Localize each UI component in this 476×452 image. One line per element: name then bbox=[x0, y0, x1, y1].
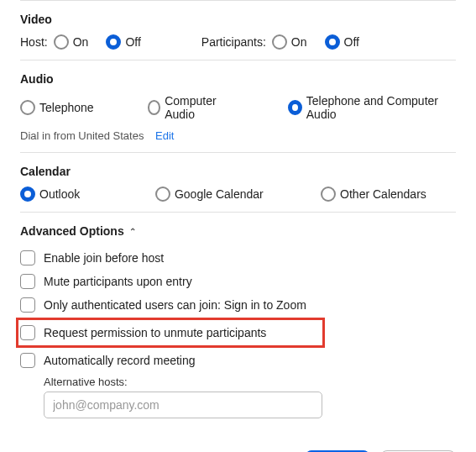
audio-computer-label: Computer Audio bbox=[165, 94, 234, 121]
calendar-title: Calendar bbox=[20, 165, 456, 178]
host-video-group: Host: On Off bbox=[20, 34, 154, 50]
participants-on-label: On bbox=[291, 35, 307, 49]
calendar-outlook-radio[interactable] bbox=[20, 187, 35, 202]
highlight-annotation: Request permission to unmute participant… bbox=[16, 318, 325, 348]
auto-record-label: Automatically record meeting bbox=[44, 354, 196, 367]
dial-in-edit-link[interactable]: Edit bbox=[155, 129, 174, 142]
auto-record-checkbox[interactable] bbox=[20, 353, 35, 368]
advanced-options-toggle[interactable]: Advanced Options ⌃ bbox=[20, 224, 136, 238]
participants-on-radio[interactable] bbox=[272, 34, 287, 50]
calendar-google-radio[interactable] bbox=[155, 187, 170, 202]
audio-telephone-radio[interactable] bbox=[20, 100, 35, 115]
alternative-hosts-input[interactable] bbox=[44, 392, 322, 418]
calendar-options-row: Outlook Google Calendar Other Calendars bbox=[20, 187, 456, 202]
auth-only-label: Only authenticated users can join: Sign … bbox=[44, 298, 306, 312]
host-off-radio[interactable] bbox=[106, 34, 121, 50]
calendar-google-label: Google Calendar bbox=[175, 187, 264, 201]
participants-off-radio[interactable] bbox=[325, 34, 340, 50]
audio-telephone-option[interactable]: Telephone bbox=[20, 94, 94, 121]
calendar-other-option[interactable]: Other Calendars bbox=[321, 187, 442, 202]
host-label: Host: bbox=[20, 35, 48, 49]
auto-record-row: Automatically record meeting bbox=[20, 349, 456, 372]
advanced-section: Advanced Options ⌃ Enable join before ho… bbox=[20, 212, 456, 428]
audio-both-option[interactable]: Telephone and Computer Audio bbox=[288, 94, 442, 121]
video-options-row: Host: On Off Participants: On Off bbox=[20, 34, 456, 50]
calendar-outlook-option[interactable]: Outlook bbox=[20, 187, 142, 202]
audio-telephone-label: Telephone bbox=[39, 101, 94, 114]
host-off-label: Off bbox=[125, 35, 140, 49]
participants-off-label: Off bbox=[344, 35, 359, 49]
video-section: Video Host: On Off Participants: On Off bbox=[20, 0, 456, 60]
participants-label: Participants: bbox=[201, 35, 266, 49]
host-on-radio[interactable] bbox=[54, 34, 69, 50]
request-unmute-checkbox[interactable] bbox=[20, 325, 35, 340]
calendar-google-option[interactable]: Google Calendar bbox=[155, 187, 307, 202]
chevron-up-icon: ⌃ bbox=[129, 227, 136, 236]
join-before-host-checkbox[interactable] bbox=[20, 250, 35, 265]
participants-video-group: Participants: On Off bbox=[201, 34, 373, 50]
dial-in-row: Dial in from United States Edit bbox=[20, 129, 456, 142]
host-off-option[interactable]: Off bbox=[106, 34, 140, 50]
dial-in-text: Dial in from United States bbox=[20, 129, 144, 142]
mute-on-entry-label: Mute participants upon entry bbox=[44, 275, 192, 288]
alternative-hosts-label: Alternative hosts: bbox=[44, 376, 456, 388]
join-before-host-label: Enable join before host bbox=[44, 251, 164, 265]
calendar-other-radio[interactable] bbox=[321, 187, 336, 202]
calendar-section: Calendar Outlook Google Calendar Other C… bbox=[20, 152, 456, 212]
video-title: Video bbox=[20, 13, 456, 26]
request-unmute-row: Request permission to unmute participant… bbox=[20, 323, 317, 342]
mute-on-entry-checkbox[interactable] bbox=[20, 274, 35, 289]
request-unmute-label: Request permission to unmute participant… bbox=[44, 326, 266, 339]
join-before-host-row: Enable join before host bbox=[20, 246, 456, 270]
mute-on-entry-row: Mute participants upon entry bbox=[20, 270, 456, 293]
auth-only-checkbox[interactable] bbox=[20, 297, 35, 313]
audio-both-label: Telephone and Computer Audio bbox=[306, 94, 442, 121]
audio-computer-radio[interactable] bbox=[148, 100, 161, 115]
calendar-other-label: Other Calendars bbox=[340, 187, 426, 201]
participants-off-option[interactable]: Off bbox=[325, 34, 359, 50]
auth-only-row: Only authenticated users can join: Sign … bbox=[20, 293, 456, 317]
calendar-outlook-label: Outlook bbox=[39, 187, 80, 201]
audio-section: Audio Telephone Computer Audio Telephone… bbox=[20, 60, 456, 152]
audio-computer-option[interactable]: Computer Audio bbox=[148, 94, 235, 121]
host-on-label: On bbox=[73, 35, 89, 49]
audio-options-row: Telephone Computer Audio Telephone and C… bbox=[20, 94, 456, 121]
audio-both-radio[interactable] bbox=[288, 100, 302, 115]
participants-on-option[interactable]: On bbox=[272, 34, 307, 50]
advanced-options-list: Enable join before host Mute participant… bbox=[20, 246, 456, 418]
alternative-hosts-block: Alternative hosts: bbox=[44, 376, 456, 418]
audio-title: Audio bbox=[20, 72, 456, 86]
advanced-title: Advanced Options bbox=[20, 224, 124, 238]
host-on-option[interactable]: On bbox=[54, 34, 89, 50]
